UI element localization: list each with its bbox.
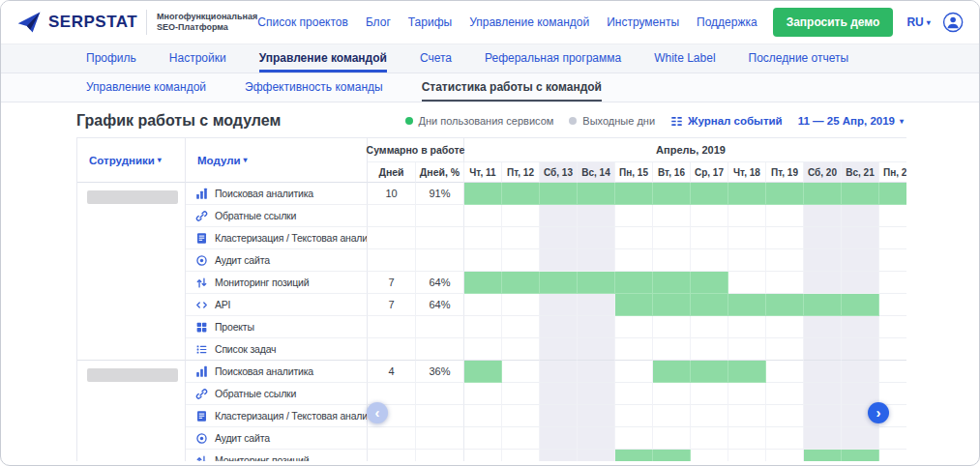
days-count-cell: 7 bbox=[368, 294, 416, 316]
usage-day-cell bbox=[502, 272, 540, 294]
day-cell bbox=[502, 205, 540, 227]
user-avatar-icon[interactable] bbox=[942, 11, 964, 34]
day-cell bbox=[691, 427, 728, 450]
main-tab-1[interactable]: Настройки bbox=[169, 44, 226, 73]
day-cell bbox=[578, 294, 615, 316]
sub-tab-0[interactable]: Управление командой bbox=[86, 73, 206, 102]
module-cell: Обратные ссылки bbox=[186, 383, 368, 405]
day-cell bbox=[804, 383, 842, 405]
day-column-header: Пн, 15 bbox=[615, 162, 653, 183]
day-cell bbox=[502, 249, 540, 272]
nav-link-3[interactable]: Управление командой bbox=[469, 15, 589, 29]
day-cell bbox=[502, 383, 540, 405]
language-selector[interactable]: RU ▾ bbox=[906, 15, 930, 29]
day-cell bbox=[578, 450, 615, 461]
module-label: Список задач bbox=[215, 343, 276, 355]
day-cell bbox=[691, 227, 728, 249]
module-cell: Кластеризация / Текстовая аналитика bbox=[186, 405, 368, 427]
nav-link-5[interactable]: Поддержка bbox=[697, 15, 757, 29]
days-pct-cell bbox=[416, 316, 464, 338]
days-pct-cell bbox=[416, 227, 464, 249]
module-cell: Мониторинг позиций bbox=[186, 450, 368, 461]
day-column-header: Вт, 16 bbox=[653, 162, 691, 183]
day-cell bbox=[842, 227, 879, 249]
day-cell bbox=[502, 450, 540, 461]
main-tab-5[interactable]: White Label bbox=[654, 44, 715, 73]
day-cell bbox=[615, 383, 653, 405]
usage-day-cell bbox=[615, 294, 653, 316]
scroll-left-button[interactable]: ‹ bbox=[367, 402, 388, 423]
day-cell bbox=[842, 272, 879, 294]
day-cell bbox=[842, 338, 879, 361]
rank-tracking-icon bbox=[195, 454, 208, 462]
day-column-header: Пт, 12 bbox=[502, 162, 540, 183]
days-count-cell bbox=[368, 427, 416, 450]
day-cell bbox=[653, 383, 691, 405]
day-cell bbox=[804, 316, 842, 338]
event-journal-label: Журнал событий bbox=[688, 115, 783, 127]
sub-tab-2[interactable]: Статистика работы с командой bbox=[422, 73, 602, 102]
modules-column-header[interactable]: Модули▾ bbox=[186, 138, 368, 183]
day-cell bbox=[615, 405, 653, 427]
logo-text: SERPSTAT bbox=[48, 13, 137, 32]
main-tab-2[interactable]: Управление командой bbox=[259, 44, 387, 73]
main-tab-4[interactable]: Реферальная программа bbox=[485, 44, 621, 73]
day-cell bbox=[540, 294, 578, 316]
nav-link-4[interactable]: Инструменты bbox=[607, 15, 679, 29]
day-cell bbox=[728, 249, 766, 272]
employee-name-blurred bbox=[87, 190, 178, 204]
day-cell bbox=[804, 272, 842, 294]
day-cell bbox=[578, 383, 615, 405]
day-cell bbox=[842, 427, 879, 450]
serpstat-logo[interactable]: SERPSTAT bbox=[16, 10, 137, 35]
day-cell bbox=[691, 450, 728, 461]
site-audit-icon bbox=[195, 432, 208, 445]
nav-link-0[interactable]: Список проектов bbox=[257, 15, 348, 29]
date-range-picker[interactable]: 11 — 25 Апр, 2019 ▾ bbox=[798, 115, 904, 127]
day-cell bbox=[879, 227, 906, 249]
day-cell bbox=[879, 272, 906, 294]
day-cell bbox=[728, 205, 766, 227]
day-cell bbox=[615, 316, 653, 338]
day-cell bbox=[766, 227, 804, 249]
employees-column-header[interactable]: Сотрудники▾ bbox=[77, 138, 186, 183]
top-header: SERPSTAT Многофункциональная SEO-Платфор… bbox=[1, 1, 979, 44]
days-count-cell: 7 bbox=[368, 272, 416, 294]
sub-tab-1[interactable]: Эффективность команды bbox=[245, 73, 383, 102]
usage-day-cell bbox=[615, 450, 653, 461]
day-cell bbox=[804, 427, 842, 450]
days-pct-cell bbox=[416, 427, 464, 450]
main-tab-6[interactable]: Последние отчеты bbox=[749, 44, 849, 73]
day-cell bbox=[464, 249, 502, 272]
main-tab-0[interactable]: Профиль bbox=[86, 44, 136, 73]
day-cell bbox=[653, 249, 691, 272]
day-cell bbox=[766, 383, 804, 405]
days-header: Дней bbox=[368, 162, 416, 183]
main-tab-3[interactable]: Счета bbox=[420, 44, 452, 73]
day-cell bbox=[766, 205, 804, 227]
api-icon bbox=[195, 299, 208, 311]
day-cell bbox=[540, 249, 578, 272]
event-journal-link[interactable]: Журнал событий bbox=[670, 115, 783, 128]
module-cell: Кластеризация / Текстовая аналитика bbox=[186, 227, 368, 249]
usage-day-cell bbox=[842, 183, 879, 205]
gray-dot-icon bbox=[569, 117, 577, 125]
scroll-right-button[interactable]: › bbox=[868, 402, 889, 423]
module-label: API bbox=[215, 299, 230, 310]
day-column-header: Чт, 18 bbox=[728, 162, 766, 183]
day-cell bbox=[464, 227, 502, 249]
nav-link-2[interactable]: Тарифы bbox=[408, 15, 452, 29]
nav-link-1[interactable]: Блог bbox=[366, 15, 391, 29]
day-cell bbox=[540, 205, 578, 227]
days-pct-cell: 91% bbox=[416, 183, 464, 205]
page-title: График работы с модулем bbox=[76, 112, 281, 130]
usage-day-cell bbox=[842, 294, 879, 316]
employee-cell bbox=[77, 183, 186, 361]
request-demo-button[interactable]: Запросить демо bbox=[773, 8, 894, 37]
day-cell bbox=[766, 249, 804, 272]
day-cell bbox=[464, 294, 502, 316]
day-cell bbox=[464, 205, 502, 227]
day-cell bbox=[653, 338, 691, 361]
day-cell bbox=[766, 361, 804, 383]
days-count-cell: 10 bbox=[368, 183, 416, 205]
